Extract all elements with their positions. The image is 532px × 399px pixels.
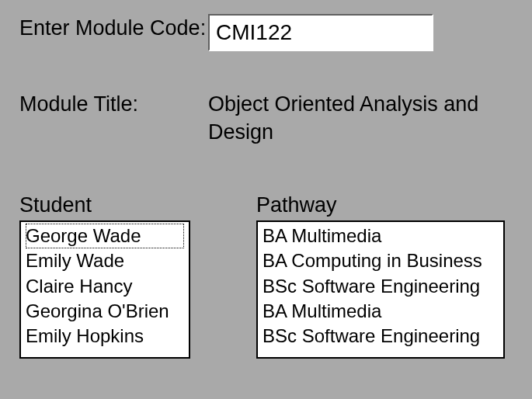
list-item[interactable]: BSc Software Engineering xyxy=(263,324,499,349)
list-item[interactable]: Emily Hopkins xyxy=(26,324,184,349)
pathway-listbox[interactable]: BA Multimedia BA Computing in Business B… xyxy=(256,220,505,359)
module-title-label: Module Title: xyxy=(19,90,208,118)
module-code-label: Enter Module Code: xyxy=(19,14,208,42)
module-title-row: Module Title: Object Oriented Analysis a… xyxy=(0,51,532,147)
student-listbox[interactable]: George Wade Emily Wade Claire Hancy Geor… xyxy=(19,220,190,359)
student-header: Student xyxy=(19,193,190,217)
student-column: Student George Wade Emily Wade Claire Ha… xyxy=(19,193,190,359)
list-item[interactable]: Georgina O'Brien xyxy=(26,299,184,324)
list-item[interactable]: BA Multimedia xyxy=(263,299,499,324)
lists-row: Student George Wade Emily Wade Claire Ha… xyxy=(0,147,532,359)
module-title-value: Object Oriented Analysis and Design xyxy=(208,90,513,147)
list-item[interactable]: George Wade xyxy=(26,224,184,248)
module-code-value-col xyxy=(208,14,513,51)
list-item[interactable]: BA Computing in Business xyxy=(263,248,499,273)
module-code-row: Enter Module Code: xyxy=(0,0,532,51)
pathway-column: Pathway BA Multimedia BA Computing in Bu… xyxy=(256,193,505,359)
list-item[interactable]: BA Multimedia xyxy=(263,224,499,248)
list-item[interactable]: Emily Wade xyxy=(26,248,184,273)
list-item[interactable]: Claire Hancy xyxy=(26,274,184,299)
list-item[interactable]: BSc Software Engineering xyxy=(263,274,499,299)
pathway-header: Pathway xyxy=(256,193,505,217)
module-code-input[interactable] xyxy=(208,14,433,51)
